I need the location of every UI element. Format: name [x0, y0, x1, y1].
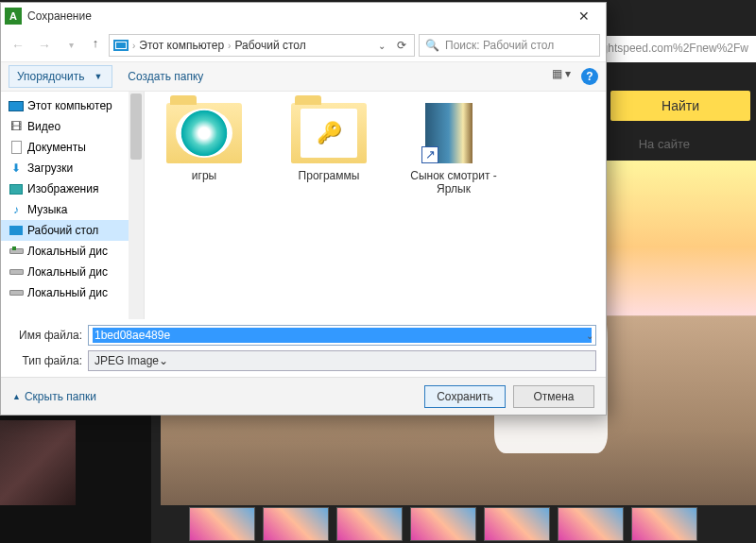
new-folder-button[interactable]: Создать папку [120, 66, 211, 87]
breadcrumb-current[interactable]: Рабочий стол [234, 39, 305, 52]
breadcrumb-dropdown[interactable]: ⌄ [374, 41, 389, 51]
sidebar-item-documents[interactable]: Документы [1, 137, 144, 158]
shortcut-item[interactable]: ↗ Сынок смотрит - Ярлык [402, 103, 506, 195]
chevron-down-icon: ▼ [94, 72, 102, 81]
filename-label: Имя файла: [10, 329, 82, 342]
download-icon: ⬇ [9, 161, 24, 176]
hide-folders-toggle[interactable]: ▲ Скрыть папки [12, 390, 96, 403]
help-button[interactable]: ? [581, 68, 598, 85]
back-button[interactable]: ← [7, 34, 29, 57]
sidebar-item-this-pc[interactable]: Этот компьютер [1, 95, 144, 116]
sidebar-scrollbar[interactable] [129, 92, 144, 319]
chevron-down-icon[interactable]: ⌄ [586, 331, 593, 341]
chevron-up-icon: ▲ [12, 392, 21, 401]
sidebar-item-pictures[interactable]: Изображения [1, 178, 144, 199]
folder-item[interactable]: 🔑 Программы [277, 103, 381, 182]
address-bar-fragment: tlightspeed.com%2Fnew%2Fw [586, 36, 756, 62]
view-options-button[interactable]: ▦ ▾ [549, 66, 574, 87]
sidebar-item-local-disk[interactable]: Локальный дис [1, 282, 144, 303]
document-icon [11, 141, 22, 154]
thumbnail[interactable] [410, 507, 476, 541]
dialog-footer: ▲ Скрыть папки Сохранить Отмена [1, 377, 606, 415]
filename-field[interactable] [93, 328, 592, 343]
filetype-select[interactable]: JPEG Image ⌄ [88, 350, 596, 371]
desktop-icon [9, 226, 23, 235]
search-placeholder: Поиск: Рабочий стол [445, 39, 554, 52]
shortcut-icon: ↗ [416, 103, 491, 163]
folder-icon: 🔑 [291, 103, 367, 163]
sidebar-item-local-disk[interactable]: Локальный дис [1, 241, 144, 262]
thumbnail[interactable] [631, 507, 697, 541]
search-input[interactable]: 🔍 Поиск: Рабочий стол [419, 34, 600, 57]
thumbnail[interactable] [484, 507, 550, 541]
filename-input[interactable]: ⌄ [88, 325, 596, 346]
thumbnail[interactable] [189, 507, 255, 541]
filetype-label: Тип файла: [10, 354, 82, 367]
up-button[interactable]: ↑ [86, 36, 105, 55]
site-scope-label: На сайте [639, 137, 690, 151]
search-find-button[interactable]: Найти [610, 91, 750, 121]
music-icon: ♪ [9, 202, 24, 217]
search-icon: 🔍 [425, 39, 439, 52]
pictures-icon [9, 184, 23, 195]
refresh-icon[interactable]: ⟳ [393, 39, 410, 52]
thumbnail[interactable] [558, 507, 624, 541]
sidebar-item-downloads[interactable]: ⬇Загрузки [1, 158, 144, 178]
disk-icon [9, 269, 24, 275]
video-icon: 🎞 [9, 119, 24, 134]
recent-dropdown[interactable]: ▾ [60, 34, 82, 57]
item-label: Программы [277, 169, 381, 182]
sidebar-item-local-disk[interactable]: Локальный дис [1, 262, 144, 282]
save-button[interactable]: Сохранить [424, 385, 506, 408]
save-dialog: A Сохранение ✕ ← → ▾ ↑ › Этот компьютер … [0, 2, 607, 416]
item-label: игры [152, 169, 256, 182]
forward-button[interactable]: → [33, 34, 56, 57]
close-button[interactable]: ✕ [564, 3, 604, 29]
pc-icon [9, 101, 24, 111]
toolbar: Упорядочить ▼ Создать папку ▦ ▾ ? [1, 61, 606, 92]
chevron-down-icon[interactable]: ⌄ [159, 354, 168, 367]
sidebar: Этот компьютер 🎞Видео Документы ⬇Загрузк… [1, 92, 145, 319]
file-list[interactable]: игры 🔑 Программы ↗ Сынок смотрит - Ярлык [145, 92, 606, 319]
pc-icon [113, 40, 129, 51]
app-icon: A [5, 8, 22, 25]
file-fields: Имя файла: ⌄ Тип файла: JPEG Image ⌄ [1, 319, 606, 377]
disk-icon [9, 248, 24, 254]
cancel-button[interactable]: Отмена [513, 385, 594, 408]
organize-button[interactable]: Упорядочить ▼ [9, 65, 112, 88]
titlebar: A Сохранение ✕ [1, 3, 606, 29]
thumbnail[interactable] [336, 507, 403, 541]
folder-item[interactable]: игры [152, 103, 256, 182]
left-thumbnail[interactable] [0, 420, 76, 505]
breadcrumb[interactable]: › Этот компьютер › Рабочий стол ⌄ ⟳ [109, 34, 415, 57]
folder-icon [166, 103, 242, 163]
breadcrumb-root[interactable]: Этот компьютер [139, 39, 224, 52]
chevron-right-icon: › [228, 41, 231, 51]
thumbnail-strip [189, 507, 756, 541]
sidebar-item-music[interactable]: ♪Музыка [1, 199, 144, 220]
sidebar-item-desktop[interactable]: Рабочий стол [1, 220, 144, 241]
sidebar-item-videos[interactable]: 🎞Видео [1, 116, 144, 137]
disk-icon [9, 290, 24, 296]
item-label: Сынок смотрит - Ярлык [402, 169, 506, 195]
thumbnail[interactable] [263, 507, 329, 541]
chevron-right-icon: › [132, 41, 135, 51]
dialog-title: Сохранение [27, 9, 564, 23]
nav-bar: ← → ▾ ↑ › Этот компьютер › Рабочий стол … [1, 29, 606, 61]
